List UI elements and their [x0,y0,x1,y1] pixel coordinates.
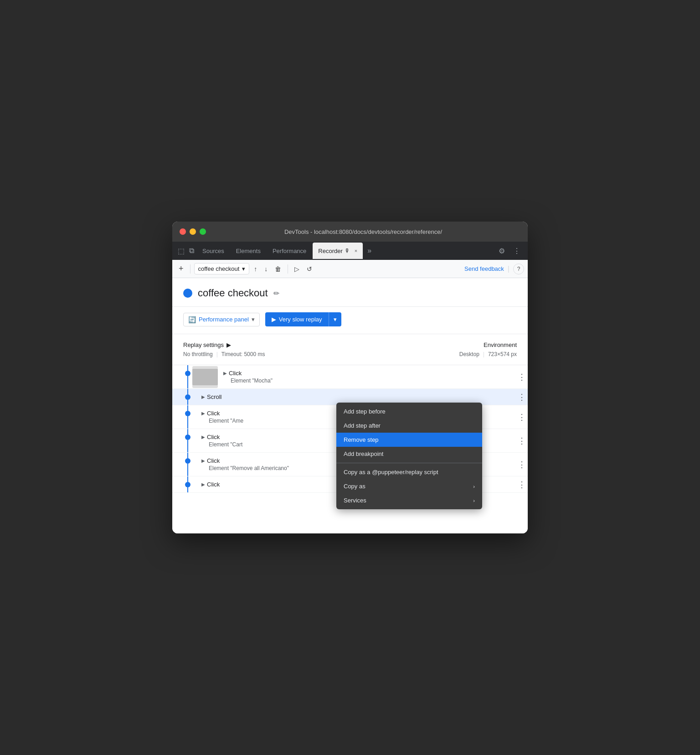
replay-play-icon: ▶ [272,316,276,323]
recorder-toolbar: + coffee checkout ▾ ↑ ↓ 🗑 ▷ ↺ Send feedb… [172,260,528,278]
step-scroll-expand-icon: ▶ [201,394,205,399]
menu-item-remove-step[interactable]: Remove step [336,433,482,447]
menu-item-copy-puppeteer[interactable]: Copy as a @puppeteer/replay script [336,465,482,479]
settings-subtitle: No throttling | Timeout: 5000 ms [183,351,459,357]
step-type: Click [229,370,242,377]
context-menu: Add step before Add step after Remove st… [336,403,482,509]
replay-button-group: ▶ Very slow replay ▾ [265,312,341,326]
step-scroll-header[interactable]: ▶ Scroll [201,393,512,400]
menu-item-services[interactable]: Services › [336,493,482,507]
step-item: ▶ Click Element "Mocha" ⋮ [172,365,528,389]
step-click5-expand-icon: ▶ [201,482,205,487]
recording-title: coffee checkout [198,287,268,299]
tab-close-icon[interactable]: × [355,248,357,253]
step-item-highlighted: ▶ Scroll ⋮ Add step before Add step afte… [172,389,528,405]
step-scroll-more-button[interactable]: ⋮ [516,389,528,405]
devtools-tabbar: ⬚ ⧉ Sources Elements Performance Recorde… [172,242,528,260]
replay-label: Very slow replay [279,316,322,323]
chevron-down-icon: ▾ [242,265,245,272]
step-header[interactable]: ▶ Click [223,370,512,377]
tab-recorder[interactable]: Recorder 🎙 × [313,243,363,259]
traffic-lights [180,228,206,235]
recording-header: coffee checkout ✏ [172,278,528,307]
tab-performance[interactable]: Performance [267,243,312,259]
steps-list: ▶ Click Element "Mocha" ⋮ ▶ Scroll [172,365,528,493]
refresh-button[interactable]: ↺ [304,264,315,274]
perf-panel-button[interactable]: 🔄 Performance panel ▾ [183,313,260,326]
import-button[interactable]: ↓ [262,264,270,274]
env-subtitle: Desktop | 723×574 px [459,351,517,357]
send-feedback-link[interactable]: Send feedback [464,265,504,272]
titlebar: DevTools - localhost:8080/docs/devtools/… [172,222,528,242]
step-detail: Element "Mocha" [223,378,512,384]
recording-name-label: coffee checkout [198,265,240,272]
toolbar-separator-2 [288,264,288,274]
step-expand-icon: ▶ [223,371,227,376]
step-click2-expand-icon: ▶ [201,411,205,416]
replay-main-button[interactable]: ▶ Very slow replay [265,312,329,326]
recording-select[interactable]: coffee checkout ▾ [194,263,250,274]
toolbar-right: Send feedback | ? [464,264,524,274]
chevron-right-icon: › [473,484,475,489]
perf-panel-label: Performance panel [199,316,249,323]
step-click2-type: Click [207,410,220,417]
main-content: coffee checkout ✏ 🔄 Performance panel ▾ … [172,278,528,533]
close-button[interactable] [180,228,186,235]
perf-icon: 🔄 [188,316,196,323]
menu-item-add-breakpoint[interactable]: Add breakpoint [336,447,482,461]
step-content: ▶ Click Element "Mocha" [218,365,516,388]
step-click4-more-button[interactable]: ⋮ [516,453,528,476]
step-click4-expand-icon: ▶ [201,458,205,463]
more-options-icon[interactable]: ⋮ [510,245,524,257]
chevron-right-icon: › [473,498,475,503]
expand-icon: ▶ [226,341,231,348]
export-button[interactable]: ↑ [251,264,260,274]
menu-item-add-after[interactable]: Add step after [336,419,482,433]
environment-label: Environment [459,341,517,348]
menu-item-copy-as[interactable]: Copy as › [336,479,482,493]
settings-right: Environment Desktop | 723×574 px [459,341,517,357]
help-button[interactable]: ? [513,264,524,274]
step-click4-type: Click [207,457,220,464]
minimize-button[interactable] [190,228,196,235]
gear-icon[interactable]: ⚙ [495,245,509,257]
env-size-label: 723×574 px [488,351,517,357]
replay-settings-label: Replay settings [183,341,224,348]
maximize-button[interactable] [200,228,206,235]
action-bar: 🔄 Performance panel ▾ ▶ Very slow replay… [172,307,528,334]
chevron-down-icon: ▾ [252,316,255,323]
env-desktop-label: Desktop [459,351,479,357]
replay-dropdown-button[interactable]: ▾ [329,312,341,326]
menu-item-add-before[interactable]: Add step before [336,404,482,419]
more-tabs-icon[interactable]: » [364,245,375,257]
edit-title-icon[interactable]: ✏ [273,289,279,298]
step-click3-expand-icon: ▶ [201,434,205,440]
toolbar-separator-1 [190,264,190,274]
menu-separator-1 [336,463,482,463]
tab-elements[interactable]: Elements [231,243,266,259]
tab-sources[interactable]: Sources [197,243,230,259]
delete-button[interactable]: 🗑 [272,264,284,274]
titlebar-title: DevTools - localhost:8080/docs/devtools/… [206,228,520,235]
step-click3-more-button[interactable]: ⋮ [516,429,528,452]
devtools-window: DevTools - localhost:8080/docs/devtools/… [172,222,528,533]
step-click5-more-button[interactable]: ⋮ [516,476,528,492]
step-click3-type: Click [207,434,220,440]
step-more-button[interactable]: ⋮ [516,365,528,388]
recording-status-dot [183,289,192,298]
play-button[interactable]: ▷ [292,264,302,274]
replay-settings-toggle[interactable]: Replay settings ▶ [183,341,459,348]
step-click2-more-button[interactable]: ⋮ [516,405,528,429]
cursor-icon[interactable]: ⬚ [176,245,186,257]
step-scroll-type: Scroll [207,393,222,400]
layers-icon[interactable]: ⧉ [187,245,196,257]
settings-section: Replay settings ▶ No throttling | Timeou… [172,334,528,365]
timeout-label: Timeout: 5000 ms [221,351,265,357]
step-click5-type: Click [207,481,220,488]
throttling-label: No throttling [183,351,213,357]
new-recording-button[interactable]: + [176,262,186,275]
settings-left: Replay settings ▶ No throttling | Timeou… [183,341,459,357]
